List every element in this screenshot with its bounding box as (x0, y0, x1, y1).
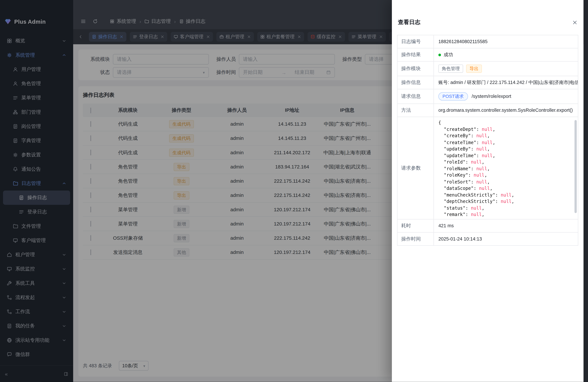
field-label: 操作结果 (398, 48, 434, 61)
module-tag: 角色管理 (438, 64, 463, 73)
drawer-title: 查看日志 (398, 19, 420, 26)
drawer-field-module: 操作模块角色管理导出 (398, 62, 578, 76)
field-label: 操作信息 (398, 76, 434, 89)
field-label: 方法 (398, 104, 434, 117)
request-url: /system/role/export (472, 93, 511, 100)
screen: Plus Admin 概览系统管理用户管理角色管理菜单管理部门管理岗位管理字典管… (0, 0, 588, 382)
drawer-field-params: 请求参数{ "createDept": null, "createBy": nu… (398, 117, 578, 219)
drawer-field-cost: 耗时421 ms (398, 219, 578, 233)
field-value-request: POST请求/system/role/export (434, 89, 578, 104)
request-params-json: { "createDept": null, "createBy": null, … (434, 117, 578, 219)
drawer-field-time: 操作时间2025-01-24 10:14:13 (398, 233, 578, 246)
field-value-time: 2025-01-24 10:14:13 (434, 233, 578, 245)
field-label: 请求信息 (398, 89, 434, 104)
module-tag: 导出 (466, 64, 482, 73)
field-label: 操作模块 (398, 62, 434, 76)
drawer-field-method: 方法org.dromara.system.controller.system.S… (398, 104, 578, 117)
view-log-drawer: 查看日志 日志编号1882612840802115585操作结果成功操作模块角色… (392, 0, 583, 382)
field-label: 耗时 (398, 219, 434, 232)
drawer-header: 查看日志 (392, 0, 583, 35)
field-value-method: org.dromara.system.controller.system.Sys… (434, 104, 578, 117)
drawer-field-result: 操作结果成功 (398, 48, 578, 62)
field-value-info: 账号: admin / 研发部门 / 222.175.114.242 / 中国|… (434, 76, 578, 89)
http-method-tag: POST请求 (438, 92, 468, 101)
field-value-log-id: 1882612840802115585 (434, 35, 578, 48)
drawer-field-info: 操作信息账号: admin / 研发部门 / 222.175.114.242 /… (398, 76, 578, 89)
field-label: 请求参数 (398, 117, 434, 219)
field-value-params: { "createDept": null, "createBy": null, … (434, 117, 578, 219)
field-value-result: 成功 (434, 48, 578, 61)
page-scrollbar[interactable] (583, 0, 588, 382)
drawer-field-log-id: 日志编号1882612840802115585 (398, 35, 578, 48)
close-drawer-icon[interactable] (572, 20, 578, 25)
field-label: 操作时间 (398, 233, 434, 245)
json-scrollbar-thumb[interactable] (574, 120, 577, 213)
field-label: 日志编号 (398, 35, 434, 48)
drawer-field-request: 请求信息POST请求/system/role/export (398, 89, 578, 104)
field-value-cost: 421 ms (434, 219, 578, 232)
status-dot (438, 53, 441, 56)
field-value-module: 角色管理导出 (434, 62, 578, 76)
log-details-table: 日志编号1882612840802115585操作结果成功操作模块角色管理导出操… (397, 35, 578, 246)
status-text: 成功 (444, 51, 453, 58)
